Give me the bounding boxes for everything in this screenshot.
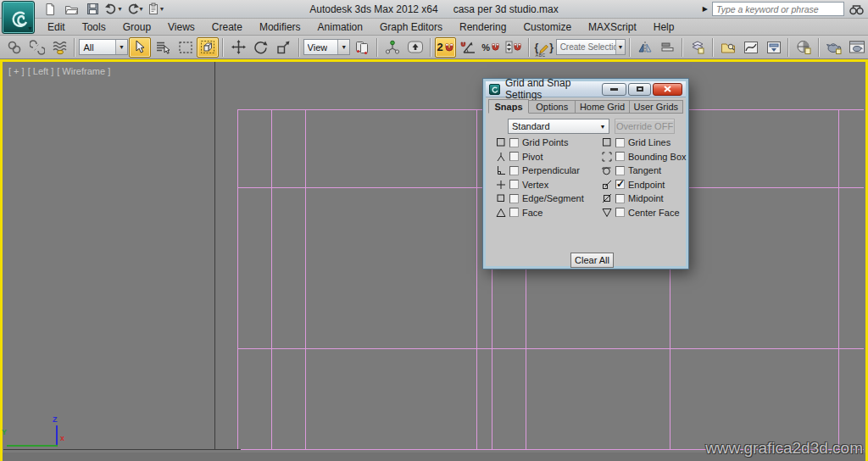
layer-manager-button[interactable] — [687, 37, 709, 58]
search-binoculars-icon[interactable] — [849, 3, 865, 16]
grid-lines-checkbox[interactable] — [615, 138, 625, 147]
edit-named-selection-sets-button[interactable]: { } ABC — [533, 37, 555, 58]
material-editor-button[interactable] — [793, 37, 815, 58]
select-and-manipulate-button[interactable] — [381, 37, 403, 58]
tab-snaps[interactable]: Snaps — [488, 99, 529, 114]
menu-tools[interactable]: Tools — [74, 19, 114, 35]
snap-item-grid-lines: Grid Lines — [602, 137, 687, 147]
edge-segment-checkbox[interactable] — [509, 194, 519, 203]
curve-editor-button[interactable] — [740, 37, 762, 58]
axis-x-label: x — [60, 434, 64, 442]
rendered-frame-window-button[interactable] — [846, 37, 868, 58]
schematic-view-button[interactable] — [763, 37, 785, 58]
undo-flyout-caret[interactable]: ▼ — [117, 6, 123, 12]
dialog-minimize-button[interactable] — [602, 83, 626, 96]
snap-preset-dropdown[interactable]: Standard ▼ — [508, 119, 609, 134]
menu-maxscript[interactable]: MAXScript — [580, 19, 645, 35]
vertex-checkbox[interactable] — [509, 180, 519, 189]
render-setup-button[interactable] — [823, 37, 845, 58]
rectangular-selection-region-button[interactable] — [175, 37, 197, 58]
viewport-menu-plus[interactable]: [ + ] — [8, 66, 25, 76]
perpendicular-checkbox[interactable] — [509, 166, 519, 175]
project-flyout-caret[interactable]: ▼ — [159, 6, 165, 12]
undo-button[interactable]: ▼ — [104, 2, 123, 17]
unlink-selection-button[interactable] — [26, 37, 48, 58]
dropdown-arrow-icon[interactable]: ▼ — [337, 40, 349, 54]
menu-help[interactable]: Help — [645, 19, 683, 35]
menu-graph-editors[interactable]: Graph Editors — [371, 19, 451, 35]
snaps-mode-label: 2 — [437, 41, 442, 53]
snaps-toggle-button[interactable]: 2 — [435, 37, 457, 58]
new-file-icon — [43, 3, 57, 16]
named-selection-sets-dropdown[interactable]: Create Selection Se ▼ — [556, 39, 626, 55]
menu-group[interactable]: Group — [114, 19, 159, 35]
tab-user-grids[interactable]: User Grids — [630, 100, 683, 114]
viewport-left-wireframe[interactable]: [ + ] [ Left ] [ Wireframe ] — [0, 59, 868, 461]
window-crossing-toggle-button[interactable] — [197, 37, 219, 58]
selection-filter-dropdown[interactable]: All ▼ — [79, 39, 128, 55]
viewport-menu-view[interactable]: [ Left ] — [28, 66, 54, 76]
bind-to-space-warp-button[interactable] — [49, 37, 71, 58]
project-folder-button[interactable]: ▼ — [147, 2, 165, 17]
use-pivot-point-center-button[interactable] — [351, 37, 373, 58]
menu-modifiers[interactable]: Modifiers — [251, 19, 309, 35]
menu-views[interactable]: Views — [159, 19, 203, 35]
select-object-button[interactable] — [129, 37, 151, 58]
keyboard-shortcut-override-button[interactable] — [404, 37, 426, 58]
select-and-move-button[interactable] — [227, 37, 249, 58]
angle-snap-toggle-button[interactable] — [457, 37, 479, 58]
align-icon — [660, 41, 675, 53]
spinner-snap-toggle-button[interactable] — [503, 37, 525, 58]
dialog-maximize-button[interactable] — [628, 83, 651, 96]
menu-rendering[interactable]: Rendering — [451, 19, 515, 35]
snap-item-endpoint: Endpoint — [602, 180, 687, 190]
mirror-button[interactable] — [634, 37, 656, 58]
percent-snap-toggle-button[interactable]: % — [480, 37, 502, 58]
tab-options[interactable]: Options — [529, 100, 576, 114]
dropdown-arrow-icon[interactable]: ▼ — [597, 119, 609, 133]
dropdown-arrow-icon[interactable]: ▼ — [615, 40, 625, 54]
open-file-button[interactable] — [62, 2, 81, 17]
tangent-checkbox[interactable] — [615, 166, 625, 175]
midpoint-checkbox[interactable] — [615, 194, 625, 203]
search-input[interactable] — [712, 2, 844, 16]
center-face-checkbox[interactable] — [615, 208, 625, 217]
viewport-menu-shading[interactable]: [ Wireframe ] — [57, 66, 110, 76]
face-checkbox[interactable] — [509, 208, 519, 217]
bounding-box-checkbox[interactable] — [615, 152, 625, 161]
tab-home-grid[interactable]: Home Grid — [576, 100, 629, 114]
clear-all-button[interactable]: Clear All — [570, 253, 614, 268]
align-button[interactable] — [656, 37, 678, 58]
endpoint-checkbox[interactable] — [615, 180, 625, 189]
menu-create[interactable]: Create — [203, 19, 251, 35]
menu-animation[interactable]: Animation — [309, 19, 371, 35]
snap-item-center-face: Center Face — [602, 208, 687, 218]
new-scene-button[interactable] — [41, 2, 59, 17]
menu-customize[interactable]: Customize — [515, 19, 580, 35]
select-and-link-button[interactable] — [3, 37, 25, 58]
select-and-scale-button[interactable] — [273, 37, 295, 58]
select-and-rotate-button[interactable] — [250, 37, 272, 58]
reference-coordinate-dropdown[interactable]: View ▼ — [303, 39, 351, 55]
infocenter-expand-icon[interactable]: ▶ — [703, 5, 708, 13]
magnet-icon — [491, 42, 500, 52]
save-file-button[interactable] — [83, 2, 102, 17]
pivot-checkbox[interactable] — [509, 152, 519, 161]
override-off-button[interactable]: Override OFF — [615, 119, 675, 134]
select-by-name-button[interactable] — [152, 37, 174, 58]
redo-flyout-caret[interactable]: ▼ — [138, 6, 144, 12]
axis-y-label: Y — [2, 428, 7, 436]
rotate-icon — [253, 40, 268, 54]
dropdown-arrow-icon[interactable]: ▼ — [115, 40, 127, 54]
dialog-close-button[interactable] — [653, 83, 682, 96]
application-menu-button[interactable]: ▼ — [2, 1, 35, 34]
toolbar-separator — [74, 38, 75, 57]
dialog-title-bar[interactable]: Grid and Snap Settings — [486, 81, 686, 97]
snap-item-midpoint: Midpoint — [602, 193, 687, 203]
document-title: casa per 3d studio.max — [453, 3, 559, 15]
grid-points-checkbox[interactable] — [509, 138, 519, 147]
redo-button[interactable]: ▼ — [125, 2, 144, 17]
named-selection-sets-value: Create Selection Se — [560, 42, 615, 52]
scene-explorer-button[interactable] — [717, 37, 739, 58]
menu-edit[interactable]: Edit — [39, 19, 74, 35]
